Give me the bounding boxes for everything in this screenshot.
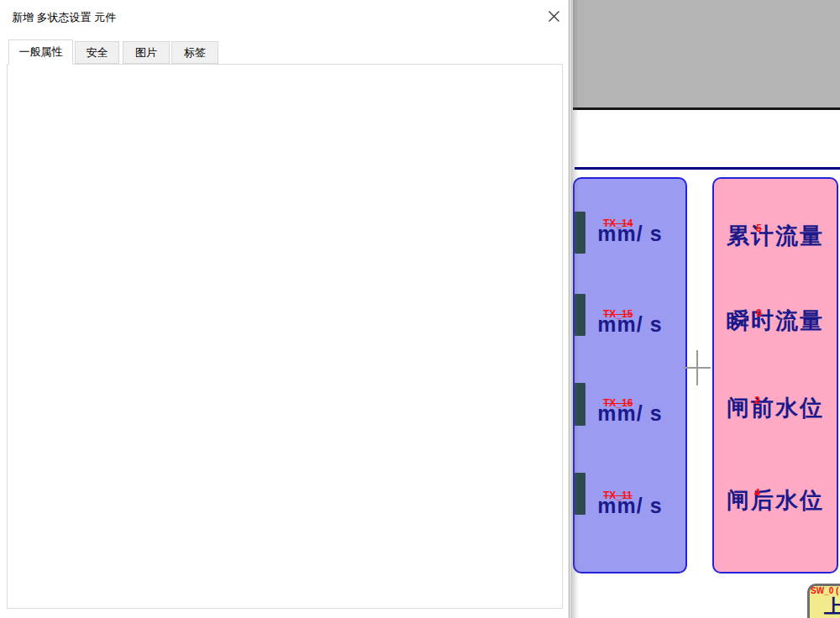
canvas-gray-area <box>573 0 840 107</box>
object-id-tag: 5 <box>756 223 762 234</box>
tab-picture[interactable]: 图片 <box>123 41 170 64</box>
switch-glyph: 上 <box>820 594 840 618</box>
canvas-crosshair <box>684 367 711 369</box>
tab-content-panel <box>7 64 563 609</box>
object-id-tag: 2 <box>754 395 760 406</box>
object-id-tag: TX_11 <box>603 490 633 501</box>
object-id-tag: TX_14 <box>603 217 633 229</box>
tab-label[interactable]: 标签 <box>171 41 218 64</box>
object-id-tag: TX_16 <box>603 397 633 409</box>
object-id-tag: TX_15 <box>603 308 633 320</box>
tab-security[interactable]: 安全 <box>75 41 119 64</box>
switch-object: SW_0 ( 上 <box>807 584 840 618</box>
object-id-tag: 4 <box>754 487 760 499</box>
canvas-navy-divider <box>575 167 840 170</box>
tab-general[interactable]: 一般属性 <box>8 39 73 65</box>
dialog-shadow <box>570 0 579 618</box>
title-bar: 新增 多状态设置 元件 <box>0 0 569 34</box>
dialog-title: 新增 多状态设置 元件 <box>12 10 116 25</box>
units-panel: mm/ s mm/ s mm/ s mm/ s TX_14 TX_15 TX_1… <box>573 177 687 573</box>
flow-label: 累计流量 <box>714 221 837 251</box>
flow-label: 瞬时流量 <box>714 306 837 336</box>
flow-label: 闸前水位 <box>714 393 837 423</box>
new-multistate-setting-dialog: 新增 多状态设置 元件 一般属性 安全 图片 标签 描述 : 写入地址 设备 :… <box>0 0 570 618</box>
labels-panel: 累计流量 瞬时流量 闸前水位 闸后水位 5 9 2 4 <box>712 177 838 573</box>
flow-label: 闸后水位 <box>714 485 837 516</box>
close-icon <box>548 10 560 23</box>
object-id-tag: 9 <box>756 307 762 319</box>
canvas-black-divider <box>573 107 840 110</box>
close-button[interactable] <box>542 5 565 27</box>
